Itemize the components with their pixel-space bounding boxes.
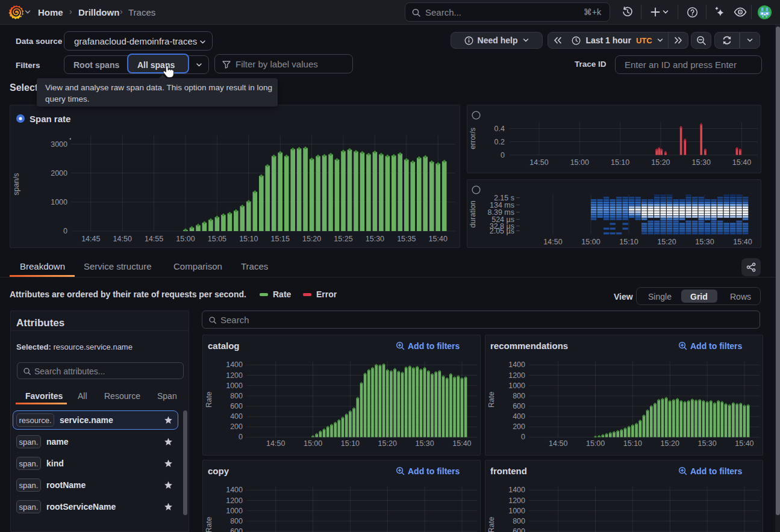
svg-text:15:05: 15:05 bbox=[208, 235, 226, 243]
svg-text:15:00: 15:00 bbox=[570, 158, 589, 167]
svg-text:15:00: 15:00 bbox=[304, 439, 322, 448]
svg-text:0.2: 0.2 bbox=[495, 138, 505, 146]
svg-text:15:10: 15:10 bbox=[619, 238, 638, 246]
svg-text:15:40: 15:40 bbox=[429, 235, 448, 243]
svg-text:15:20: 15:20 bbox=[651, 158, 670, 167]
svg-text:15:40: 15:40 bbox=[732, 158, 751, 167]
svg-text:14:50: 14:50 bbox=[549, 439, 567, 448]
svg-text:0.4: 0.4 bbox=[495, 125, 505, 133]
svg-text:14:50: 14:50 bbox=[266, 439, 285, 448]
svg-text:600: 600 bbox=[513, 402, 525, 410]
svg-text:800: 800 bbox=[230, 392, 243, 400]
svg-text:Rate: Rate bbox=[205, 392, 213, 407]
svg-text:2000: 2000 bbox=[51, 169, 67, 178]
svg-text:3000: 3000 bbox=[51, 140, 67, 149]
svg-text:14:50: 14:50 bbox=[529, 158, 548, 167]
svg-text:1200: 1200 bbox=[226, 496, 243, 505]
svg-text:800: 800 bbox=[513, 517, 525, 525]
svg-text:400: 400 bbox=[230, 412, 243, 421]
svg-text:600: 600 bbox=[230, 402, 243, 410]
svg-text:1000: 1000 bbox=[51, 198, 67, 206]
svg-text:15:40: 15:40 bbox=[733, 238, 752, 246]
svg-text:15:20: 15:20 bbox=[661, 439, 679, 448]
svg-text:Rate: Rate bbox=[487, 392, 496, 407]
svg-text:1400: 1400 bbox=[508, 486, 525, 494]
svg-text:1200: 1200 bbox=[508, 371, 525, 380]
svg-text:Rate: Rate bbox=[487, 517, 496, 532]
svg-text:200: 200 bbox=[230, 422, 243, 431]
svg-text:15:20: 15:20 bbox=[657, 238, 676, 246]
svg-text:15:00: 15:00 bbox=[176, 235, 195, 243]
svg-text:14:55: 14:55 bbox=[145, 235, 163, 243]
svg-text:15:30: 15:30 bbox=[695, 238, 714, 246]
svg-text:15:00: 15:00 bbox=[581, 238, 600, 246]
svg-text:15:25: 15:25 bbox=[334, 235, 352, 243]
svg-text:800: 800 bbox=[513, 392, 525, 400]
svg-text:error/s: error/s bbox=[469, 128, 477, 149]
svg-text:15:10: 15:10 bbox=[341, 439, 360, 448]
svg-text:0: 0 bbox=[63, 227, 67, 235]
svg-text:600: 600 bbox=[513, 527, 525, 532]
svg-text:1000: 1000 bbox=[226, 507, 243, 515]
svg-text:15:10: 15:10 bbox=[623, 439, 642, 448]
svg-text:15:20: 15:20 bbox=[378, 439, 397, 448]
svg-text:1400: 1400 bbox=[226, 486, 243, 494]
svg-text:2.05 µs: 2.05 µs bbox=[490, 227, 514, 235]
svg-text:14:50: 14:50 bbox=[543, 238, 562, 246]
svg-text:1200: 1200 bbox=[226, 371, 243, 380]
svg-text:15:30: 15:30 bbox=[366, 235, 384, 243]
svg-text:1400: 1400 bbox=[226, 360, 243, 369]
svg-text:15:40: 15:40 bbox=[452, 439, 471, 448]
svg-text:800: 800 bbox=[230, 517, 243, 525]
svg-text:15:35: 15:35 bbox=[397, 235, 416, 243]
svg-text:15:00: 15:00 bbox=[586, 439, 605, 448]
svg-text:0: 0 bbox=[239, 433, 243, 441]
svg-text:15:10: 15:10 bbox=[611, 158, 629, 167]
svg-text:1000: 1000 bbox=[226, 382, 243, 390]
svg-text:15:15: 15:15 bbox=[271, 235, 290, 243]
svg-text:duration: duration bbox=[469, 200, 477, 227]
svg-text:14:45: 14:45 bbox=[81, 235, 100, 243]
svg-text:14:50: 14:50 bbox=[113, 235, 132, 243]
svg-text:15:10: 15:10 bbox=[239, 235, 258, 243]
svg-text:1200: 1200 bbox=[508, 496, 525, 505]
svg-text:15:30: 15:30 bbox=[692, 158, 711, 167]
svg-text:15:20: 15:20 bbox=[302, 235, 321, 243]
svg-text:600: 600 bbox=[230, 527, 243, 532]
svg-text:Rate: Rate bbox=[205, 517, 213, 532]
svg-text:15:40: 15:40 bbox=[735, 439, 753, 448]
svg-text:1400: 1400 bbox=[508, 360, 525, 369]
svg-text:200: 200 bbox=[513, 422, 525, 431]
svg-text:span/s: span/s bbox=[12, 173, 20, 196]
svg-text:15:30: 15:30 bbox=[697, 439, 716, 448]
svg-text:1000: 1000 bbox=[508, 507, 525, 515]
svg-text:0: 0 bbox=[521, 433, 525, 441]
svg-text:400: 400 bbox=[513, 412, 525, 421]
svg-text:0: 0 bbox=[501, 151, 505, 159]
svg-text:15:30: 15:30 bbox=[415, 439, 434, 448]
svg-text:1000: 1000 bbox=[508, 382, 525, 390]
